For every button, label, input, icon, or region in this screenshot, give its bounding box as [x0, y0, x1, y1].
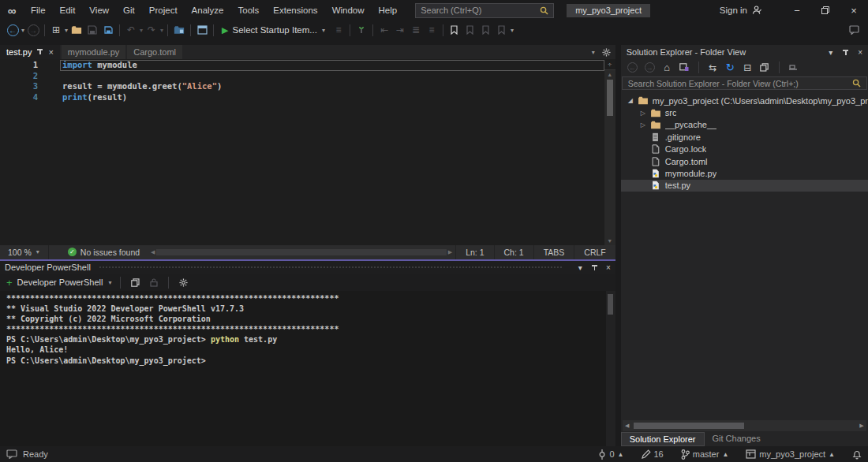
- sign-in-button[interactable]: Sign in: [720, 6, 762, 15]
- properties-icon[interactable]: [787, 61, 800, 74]
- git-repo-indicator[interactable]: my_pyo3_project ▲: [746, 449, 835, 459]
- line-number[interactable]: 4: [0, 92, 41, 103]
- redo-icon[interactable]: ↷: [144, 22, 159, 38]
- editor-vertical-scrollbar[interactable]: ÷ ▲ ▼: [604, 59, 615, 245]
- navigate-back-icon[interactable]: ←: [5, 22, 21, 38]
- panel-options-dropdown-icon[interactable]: ▾: [578, 263, 582, 272]
- issues-indicator[interactable]: ✓ No issues found: [60, 245, 148, 259]
- bottom-tab-solution-explorer[interactable]: Solution Explorer: [621, 432, 705, 446]
- pin-icon[interactable]: [591, 264, 598, 271]
- refresh-icon[interactable]: ↻: [724, 61, 737, 74]
- menu-project[interactable]: Project: [142, 0, 185, 20]
- open-folder-icon[interactable]: [69, 22, 84, 38]
- tree-item-my_pyo3_project[interactable]: ◢my_pyo3_project (C:\Users\admin\Desktop…: [621, 95, 868, 106]
- clear-bookmarks-icon[interactable]: [494, 22, 510, 38]
- pin-icon[interactable]: [842, 49, 849, 56]
- feedback-icon[interactable]: [846, 22, 862, 38]
- quick-search-input[interactable]: Search (Ctrl+Q): [415, 3, 554, 18]
- tree-item-__pycache__[interactable]: ▷__pycache__: [621, 119, 868, 131]
- menu-extensions[interactable]: Extensions: [266, 0, 324, 20]
- solution-explorer-header[interactable]: Solution Explorer - Folder View ▾ ×: [621, 45, 868, 59]
- line-indicator[interactable]: Ln: 1: [455, 245, 493, 259]
- sidebar-horizontal-scrollbar[interactable]: ◀ ▶: [623, 420, 866, 431]
- menu-edit[interactable]: Edit: [53, 0, 83, 20]
- comment-icon[interactable]: ≣: [408, 22, 424, 38]
- terminal-panel-header[interactable]: Developer PowerShell ▾ ×: [0, 261, 615, 274]
- document-list-dropdown-icon[interactable]: ▾: [592, 49, 595, 56]
- scroll-left-icon[interactable]: ◀: [623, 423, 632, 429]
- line-number[interactable]: 2: [0, 71, 41, 82]
- scroll-right-icon[interactable]: ▶: [857, 423, 866, 429]
- terminal-type-label[interactable]: Developer PowerShell: [17, 278, 103, 287]
- menu-window[interactable]: Window: [325, 0, 372, 20]
- close-panel-icon[interactable]: ×: [606, 263, 611, 272]
- expander-icon[interactable]: ▷: [637, 121, 649, 129]
- expander-icon[interactable]: ▷: [637, 110, 649, 117]
- attach-icon[interactable]: ≡: [331, 22, 346, 38]
- new-project-icon[interactable]: ⊞: [48, 22, 64, 38]
- code-text-area[interactable]: 1import mymodule23result = mymodule.gree…: [0, 59, 604, 245]
- copy-icon[interactable]: [129, 276, 142, 289]
- scroll-right-icon[interactable]: ▶: [448, 248, 452, 256]
- recent-files-icon[interactable]: [171, 22, 187, 38]
- scrollbar-thumb[interactable]: [607, 80, 613, 116]
- eol-indicator[interactable]: CRLF: [574, 245, 615, 259]
- column-indicator[interactable]: Ch: 1: [494, 245, 533, 259]
- tree-item-mymodule.py[interactable]: mymodule.py: [621, 167, 868, 179]
- zoom-control[interactable]: 100 % ▾: [0, 245, 49, 259]
- project-name-chip[interactable]: my_pyo3_project: [567, 4, 650, 17]
- editor-options-gear-icon[interactable]: [602, 48, 611, 57]
- terminal-type-dropdown-icon[interactable]: ▾: [108, 279, 111, 286]
- restore-button[interactable]: [811, 0, 840, 20]
- switch-views-icon[interactable]: [678, 61, 691, 74]
- hscrollbar-thumb[interactable]: [156, 249, 446, 255]
- indent-increase-icon[interactable]: ⇥: [392, 22, 408, 38]
- line-number[interactable]: 3: [0, 81, 41, 92]
- editor-tab-test.py[interactable]: test.py×: [0, 45, 60, 59]
- menu-file[interactable]: File: [24, 0, 53, 20]
- expander-icon[interactable]: ◢: [624, 97, 637, 104]
- tree-item-Cargo.lock[interactable]: Cargo.lock: [621, 143, 868, 155]
- save-all-icon[interactable]: [100, 22, 116, 38]
- editor-tab-Cargo.toml[interactable]: Cargo.toml: [127, 45, 182, 59]
- live-unit-testing-icon[interactable]: [354, 22, 369, 38]
- menu-git[interactable]: Git: [116, 0, 142, 20]
- tree-item-test.py[interactable]: test.py: [621, 180, 868, 192]
- prev-bookmark-icon[interactable]: [462, 22, 478, 38]
- pin-icon[interactable]: [36, 47, 43, 57]
- menu-view[interactable]: View: [82, 0, 116, 20]
- tree-item-Cargo.toml[interactable]: Cargo.toml: [621, 155, 868, 167]
- window-position-dropdown-icon[interactable]: ▾: [829, 48, 832, 57]
- preview-window-icon[interactable]: [194, 22, 210, 38]
- feedback-message-icon[interactable]: [6, 449, 17, 459]
- new-terminal-icon[interactable]: +: [6, 277, 13, 289]
- code-editor[interactable]: 1import mymodule23result = mymodule.gree…: [0, 59, 615, 245]
- toolbar-overflow-icon[interactable]: ▾: [511, 27, 514, 34]
- unsaved-edits-indicator[interactable]: 16: [642, 449, 664, 459]
- editor-tab-mymodule.py[interactable]: mymodule.py: [62, 45, 125, 59]
- bottom-tab-git-changes[interactable]: Git Changes: [705, 432, 769, 445]
- uncomment-icon[interactable]: ≡: [424, 22, 440, 38]
- scroll-down-icon[interactable]: ▼: [607, 237, 612, 245]
- menu-analyze[interactable]: Analyze: [185, 0, 231, 20]
- home-icon[interactable]: ⌂: [660, 61, 674, 74]
- scroll-left-icon[interactable]: ◀: [151, 248, 155, 256]
- menu-help[interactable]: Help: [372, 0, 405, 20]
- notifications-button[interactable]: [852, 449, 862, 460]
- back-icon[interactable]: ←: [626, 61, 639, 74]
- next-bookmark-icon[interactable]: [478, 22, 494, 38]
- hscrollbar-thumb[interactable]: [634, 423, 745, 429]
- terminal-scrollbar[interactable]: [606, 291, 615, 447]
- tree-item-.gitignore[interactable]: .gitignore: [621, 131, 868, 143]
- terminal-settings-gear-icon[interactable]: [177, 276, 190, 289]
- close-button[interactable]: ×: [840, 0, 868, 20]
- git-branch-indicator[interactable]: master ▲: [681, 449, 729, 460]
- terminal-output[interactable]: ****************************************…: [0, 291, 615, 447]
- show-all-files-icon[interactable]: [758, 61, 772, 74]
- sync-with-active-document-icon[interactable]: ⇆: [706, 61, 720, 74]
- indent-decrease-icon[interactable]: ⇤: [376, 22, 392, 38]
- editor-horizontal-scrollbar[interactable]: ◀ ▶: [148, 245, 455, 259]
- undo-icon[interactable]: ↶: [123, 22, 139, 38]
- bookmark-icon[interactable]: [447, 22, 462, 38]
- menu-tools[interactable]: Tools: [231, 0, 267, 20]
